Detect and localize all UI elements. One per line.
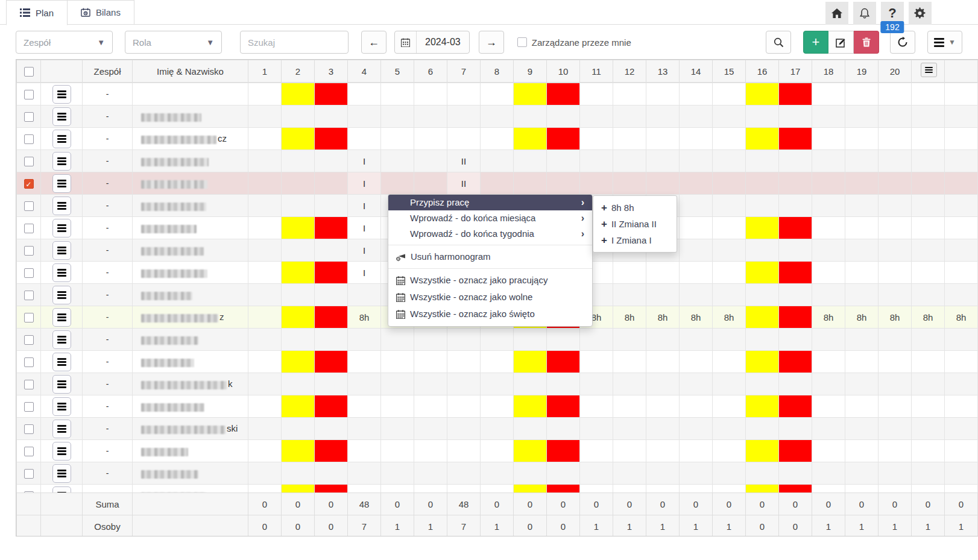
schedule-cell[interactable] xyxy=(282,217,315,239)
schedule-cell[interactable] xyxy=(912,195,945,217)
schedule-cell[interactable] xyxy=(613,329,646,351)
schedule-cell[interactable] xyxy=(315,262,348,284)
schedule-cell[interactable] xyxy=(746,217,779,239)
schedule-cell[interactable] xyxy=(646,351,680,373)
context-menu-item[interactable]: Usuń harmonogram xyxy=(388,248,592,265)
schedule-cell[interactable] xyxy=(845,440,879,462)
row-checkbox[interactable] xyxy=(24,134,34,144)
schedule-cell[interactable] xyxy=(945,395,978,418)
schedule-cell[interactable] xyxy=(547,128,580,150)
schedule-cell[interactable] xyxy=(912,239,945,262)
schedule-cell[interactable] xyxy=(282,105,315,128)
schedule-cell[interactable] xyxy=(248,440,282,462)
schedule-cell[interactable] xyxy=(315,195,348,217)
schedule-cell[interactable] xyxy=(845,373,879,395)
schedule-cell[interactable] xyxy=(414,373,447,395)
schedule-cell[interactable] xyxy=(447,395,481,418)
row-checkbox[interactable] xyxy=(24,201,34,211)
schedule-cell[interactable] xyxy=(414,329,447,351)
schedule-cell[interactable] xyxy=(348,105,381,128)
schedule-cell[interactable] xyxy=(248,239,282,262)
prev-month-button[interactable]: ← xyxy=(361,31,386,54)
schedule-cell[interactable]: 8h xyxy=(945,306,978,329)
help-button[interactable]: ? 192 xyxy=(881,2,904,25)
schedule-cell[interactable] xyxy=(348,329,381,351)
schedule-cell[interactable] xyxy=(779,217,812,239)
schedule-cell[interactable] xyxy=(248,195,282,217)
schedule-cell[interactable] xyxy=(315,172,348,195)
schedule-cell[interactable] xyxy=(945,373,978,395)
schedule-cell[interactable] xyxy=(879,105,912,128)
schedule-cell[interactable] xyxy=(713,373,746,395)
row-checkbox[interactable] xyxy=(24,402,34,412)
schedule-cell[interactable] xyxy=(248,217,282,239)
schedule-cell[interactable] xyxy=(879,418,912,440)
schedule-cell[interactable] xyxy=(912,172,945,195)
schedule-cell[interactable] xyxy=(348,373,381,395)
schedule-cell[interactable] xyxy=(447,418,481,440)
schedule-cell[interactable] xyxy=(481,485,514,493)
schedule-cell[interactable]: II xyxy=(447,172,481,195)
schedule-cell[interactable] xyxy=(912,329,945,351)
schedule-cell[interactable] xyxy=(414,440,447,462)
schedule-cell[interactable] xyxy=(547,462,580,485)
schedule-cell[interactable] xyxy=(812,217,845,239)
schedule-cell[interactable] xyxy=(315,351,348,373)
schedule-cell[interactable] xyxy=(713,284,746,306)
schedule-cell[interactable] xyxy=(945,105,978,128)
schedule-cell[interactable] xyxy=(779,462,812,485)
schedule-cell[interactable] xyxy=(812,195,845,217)
schedule-cell[interactable] xyxy=(580,462,613,485)
schedule-cell[interactable] xyxy=(447,485,481,493)
row-menu-button[interactable] xyxy=(52,330,71,349)
schedule-cell[interactable] xyxy=(912,284,945,306)
schedule-cell[interactable] xyxy=(646,485,680,493)
schedule-cell[interactable] xyxy=(613,150,646,172)
schedule-cell[interactable] xyxy=(282,373,315,395)
schedule-cell[interactable] xyxy=(779,373,812,395)
month-picker-button[interactable]: 2024-03 xyxy=(394,31,470,54)
schedule-cell[interactable] xyxy=(746,83,779,105)
schedule-cell[interactable] xyxy=(912,83,945,105)
schedule-cell[interactable] xyxy=(746,418,779,440)
schedule-cell[interactable] xyxy=(348,351,381,373)
schedule-cell[interactable] xyxy=(879,284,912,306)
schedule-cell[interactable] xyxy=(646,440,680,462)
schedule-cell[interactable] xyxy=(613,440,646,462)
context-menu-item[interactable]: Wprowadź - do końca miesiąca› xyxy=(388,210,592,226)
schedule-cell[interactable] xyxy=(514,128,547,150)
schedule-cell[interactable] xyxy=(812,351,845,373)
schedule-cell[interactable] xyxy=(381,150,414,172)
schedule-cell[interactable] xyxy=(282,395,315,418)
schedule-cell[interactable] xyxy=(879,83,912,105)
schedule-cell[interactable] xyxy=(713,351,746,373)
schedule-cell[interactable] xyxy=(945,418,978,440)
schedule-cell[interactable] xyxy=(282,485,315,493)
schedule-cell[interactable] xyxy=(613,418,646,440)
schedule-cell[interactable] xyxy=(447,462,481,485)
context-menu-item[interactable]: Wszystkie - oznacz jako pracujący xyxy=(388,272,592,289)
schedule-cell[interactable] xyxy=(680,239,713,262)
home-button[interactable] xyxy=(825,2,848,25)
row-menu-button[interactable] xyxy=(52,286,71,304)
schedule-cell[interactable] xyxy=(845,284,879,306)
schedule-cell[interactable] xyxy=(812,262,845,284)
schedule-cell[interactable] xyxy=(746,172,779,195)
schedule-cell[interactable] xyxy=(945,195,978,217)
schedule-cell[interactable]: 8h xyxy=(912,306,945,329)
schedule-cell[interactable]: 8h xyxy=(646,306,680,329)
schedule-cell[interactable] xyxy=(447,329,481,351)
schedule-cell[interactable] xyxy=(646,105,680,128)
schedule-cell[interactable] xyxy=(779,195,812,217)
schedule-cell[interactable] xyxy=(713,128,746,150)
schedule-cell[interactable] xyxy=(381,395,414,418)
schedule-cell[interactable] xyxy=(713,395,746,418)
row-checkbox[interactable] xyxy=(24,246,34,256)
schedule-cell[interactable] xyxy=(912,262,945,284)
schedule-cell[interactable] xyxy=(481,373,514,395)
schedule-cell[interactable] xyxy=(912,440,945,462)
schedule-cell[interactable] xyxy=(812,373,845,395)
schedule-cell[interactable] xyxy=(282,262,315,284)
schedule-cell[interactable] xyxy=(812,462,845,485)
schedule-cell[interactable] xyxy=(414,418,447,440)
